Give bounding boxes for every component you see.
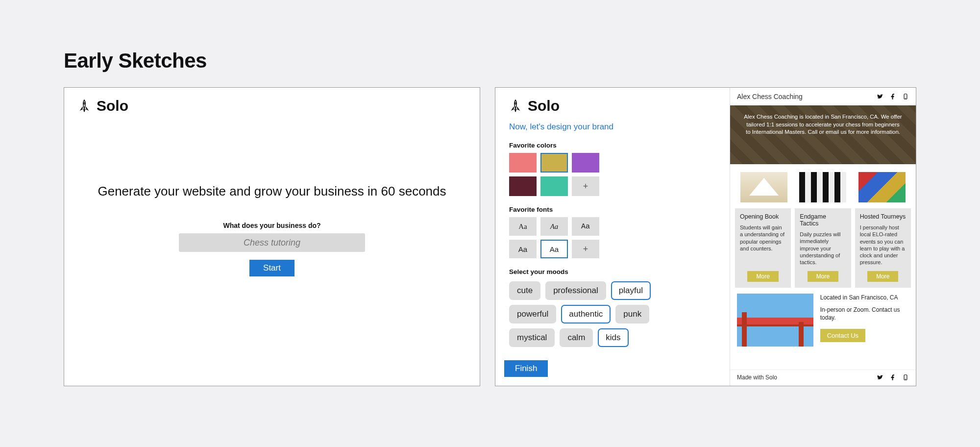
mood-chip-calm[interactable]: calm <box>560 328 593 347</box>
brand-name: Solo <box>97 98 128 114</box>
sketches-row: Solo Generate your website and grow your… <box>64 87 916 386</box>
facebook-icon[interactable] <box>889 374 896 381</box>
font-tile[interactable]: Aa <box>540 217 568 236</box>
color-swatch-grid: + <box>509 153 617 196</box>
svg-point-0 <box>83 102 85 104</box>
more-button[interactable]: More <box>867 271 898 282</box>
preview-contact: Located in San Francisco, CA In-person o… <box>730 288 916 352</box>
thumbnail-chess-pieces <box>799 172 846 202</box>
color-swatch[interactable] <box>509 176 537 196</box>
card-body: Daily puzzles will immediately improve y… <box>800 231 846 266</box>
site-preview: Alex Chess Coaching Alex Chess Coaching … <box>730 88 916 386</box>
card-title: Endgame Tactics <box>800 213 846 227</box>
colors-label: Favorite colors <box>509 142 716 149</box>
mood-chip-kids[interactable]: kids <box>598 328 628 347</box>
business-input-label: What does your business do? <box>223 222 320 229</box>
mood-chip-punk[interactable]: punk <box>615 305 649 323</box>
mood-chip-playful[interactable]: playful <box>611 281 651 300</box>
sketch-brand-design: Solo Now, let's design your brand Favori… <box>495 87 916 386</box>
preview-card: Endgame TacticsDaily puzzles will immedi… <box>795 208 851 288</box>
card-body: I personally host local ELO-rated events… <box>860 224 906 266</box>
page-title: Early Sketches <box>64 49 916 73</box>
onboarding-headline: Generate your website and grow your busi… <box>98 184 446 199</box>
color-swatch[interactable] <box>540 176 568 196</box>
preview-hero: Alex Chess Coaching is located in San Fr… <box>730 105 916 164</box>
brand-row: Solo <box>64 88 480 120</box>
rocket-icon <box>509 99 522 113</box>
brand-subheading: Now, let's design your brand <box>509 122 716 132</box>
contact-instructions: In-person or Zoom. Contact us today. <box>820 306 909 323</box>
card-body: Students will gain a understanding of po… <box>740 224 786 266</box>
start-button[interactable]: Start <box>249 260 294 276</box>
preview-location-image <box>737 294 813 347</box>
brand-name: Solo <box>528 98 560 114</box>
font-tile-grid: AaAaAaAaAa+ <box>509 217 617 258</box>
preview-site-title: Alex Chess Coaching <box>737 93 803 100</box>
mobile-icon[interactable] <box>902 374 909 381</box>
preview-card: Opening BookStudents will gain a underst… <box>735 208 791 288</box>
fonts-label: Favorite fonts <box>509 206 716 213</box>
card-title: Hosted Tourneys <box>860 213 906 220</box>
more-button[interactable]: More <box>808 271 838 282</box>
preview-cards: Opening BookStudents will gain a underst… <box>730 208 916 288</box>
contact-location: Located in San Francisco, CA <box>820 294 909 302</box>
font-tile[interactable]: Aa <box>509 240 537 258</box>
preview-thumbnails <box>730 164 916 208</box>
font-tile[interactable]: Aa <box>509 217 537 236</box>
mood-chip-authentic[interactable]: authentic <box>561 305 611 323</box>
twitter-icon[interactable] <box>877 93 883 100</box>
preview-card: Hosted TourneysI personally host local E… <box>855 208 911 288</box>
facebook-icon[interactable] <box>889 93 896 100</box>
business-input[interactable] <box>179 233 365 252</box>
card-title: Opening Book <box>740 213 786 220</box>
thumbnail-opening-book <box>740 172 787 202</box>
brand-controls: Solo Now, let's design your brand Favori… <box>495 88 730 386</box>
add-font-button[interactable]: + <box>572 240 599 258</box>
footer-credit: Made with Solo <box>737 374 777 381</box>
color-swatch[interactable] <box>509 153 537 173</box>
mood-chip-mystical[interactable]: mystical <box>509 328 555 347</box>
color-swatch[interactable] <box>540 153 568 173</box>
font-tile[interactable]: Aa <box>572 217 599 236</box>
color-swatch[interactable] <box>572 153 599 173</box>
preview-footer: Made with Solo <box>730 370 916 386</box>
font-tile[interactable]: Aa <box>540 240 568 258</box>
mood-chip-wrap: cuteprofessionalplayfulpowerfulauthentic… <box>509 281 690 347</box>
sketch-onboarding: Solo Generate your website and grow your… <box>64 87 480 386</box>
contact-us-button[interactable]: Contact Us <box>820 329 865 342</box>
mood-chip-professional[interactable]: professional <box>545 281 606 300</box>
preview-topbar: Alex Chess Coaching <box>730 88 916 105</box>
mood-chip-cute[interactable]: cute <box>509 281 540 300</box>
finish-button[interactable]: Finish <box>504 360 548 377</box>
more-button[interactable]: More <box>747 271 778 282</box>
mood-chip-powerful[interactable]: powerful <box>509 305 556 323</box>
mobile-icon[interactable] <box>902 93 909 100</box>
thumbnail-tournament <box>858 172 906 202</box>
moods-label: Select your moods <box>509 268 716 275</box>
rocket-icon <box>78 99 91 113</box>
svg-point-1 <box>514 102 516 104</box>
twitter-icon[interactable] <box>877 374 883 381</box>
add-color-button[interactable]: + <box>572 176 599 196</box>
